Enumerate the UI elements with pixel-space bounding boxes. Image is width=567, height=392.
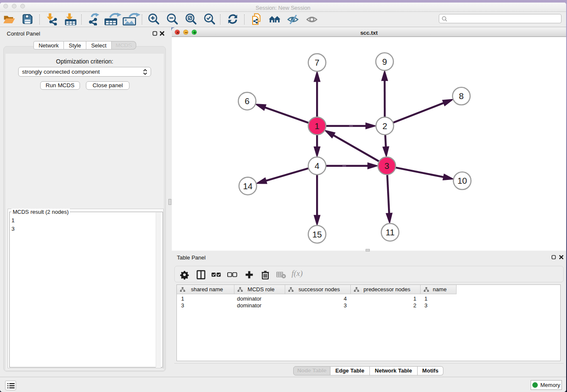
- svg-text:2: 2: [383, 121, 387, 131]
- svg-text:1: 1: [315, 121, 319, 131]
- svg-text:4: 4: [315, 161, 319, 171]
- svg-text:7: 7: [315, 58, 319, 67]
- svg-text:9: 9: [382, 57, 387, 66]
- svg-text:6: 6: [245, 96, 249, 106]
- svg-text:10: 10: [457, 176, 467, 185]
- svg-text:15: 15: [312, 229, 322, 239]
- svg-text:8: 8: [459, 91, 464, 101]
- svg-text:11: 11: [385, 227, 394, 237]
- svg-text:14: 14: [243, 181, 253, 191]
- svg-text:3: 3: [384, 161, 389, 171]
